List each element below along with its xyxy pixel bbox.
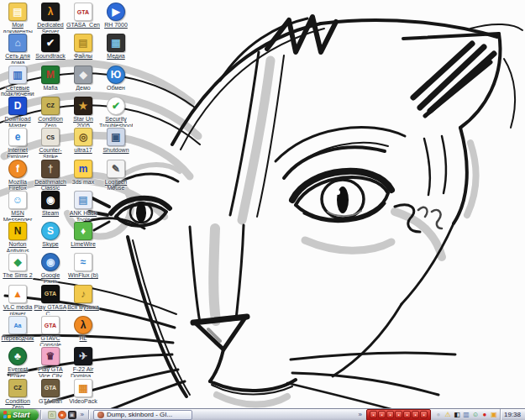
tray-orange-app-icon[interactable]: ▣ bbox=[490, 411, 498, 419]
desktop-icon-google-earth[interactable]: ◉Google Earth bbox=[34, 253, 67, 283]
desktop-icon-label: Демо bbox=[66, 85, 100, 92]
desktop-icon-label: MSN Messenger 7.5 bbox=[1, 210, 34, 221]
desktop-icon-download-master[interactable]: DDownload Master bbox=[1, 97, 34, 127]
desktop-icon-condition-zero[interactable]: CZCondition Zero bbox=[34, 97, 67, 127]
vlc-icon: ▲ bbox=[8, 285, 27, 303]
red-toolbar-button[interactable]: ▪ bbox=[412, 411, 419, 418]
desktop-icon-label: GTA San bbox=[34, 398, 67, 405]
desktop-icon-gtasa-center[interactable]: GTAGTASA_Center bbox=[66, 3, 100, 33]
desktop-icon-condition-zero-2[interactable]: CZCondition Zero bbox=[1, 379, 34, 408]
desktop-icon-gta-san[interactable]: GTAGTA San bbox=[34, 379, 67, 408]
desktop-icon-everest-poker[interactable]: ♣Everest Poker bbox=[1, 347, 34, 377]
taskbar-clock[interactable]: 19:38 bbox=[500, 409, 525, 420]
desktop-icon-ultra17[interactable]: ◎ultra17 bbox=[66, 128, 100, 158]
desktop-icon-play-gtasa[interactable]: GTAPlay GTASA C... bbox=[34, 285, 67, 315]
red-toolbar-button[interactable]: ▪ bbox=[386, 411, 394, 418]
translator-icon: Аа bbox=[8, 316, 27, 334]
desktop-icon-norton-2005[interactable]: NNorton Antivirus 2005 bbox=[1, 222, 34, 252]
files-folder-icon: ▤ bbox=[74, 34, 92, 52]
desktop-icon-label: Вся музыка bbox=[66, 304, 100, 311]
desktop-icon-demo-zone[interactable]: ◆Демо bbox=[66, 66, 100, 96]
desktop-icon-3ds-max[interactable]: m3ds max bbox=[66, 160, 100, 190]
desktop-icon-u-net[interactable]: ЮОбмен bbox=[99, 66, 133, 96]
desktop-icon-rh-7000[interactable]: ▶RH 7000 bbox=[99, 3, 133, 33]
desktop-icon-mafia[interactable]: MMafia bbox=[34, 66, 67, 96]
desktop-icon-label: RH 7000 bbox=[99, 22, 133, 29]
desktop-icon-label: The Sims 2 bbox=[1, 272, 34, 279]
taskbar: Start ⌂●▣ » Dump, skinbord - GI... » ▪▪▪… bbox=[0, 408, 525, 420]
desktop-icon-label: Dedicated Server bbox=[34, 22, 67, 33]
desktop-icon-label: Everest Poker bbox=[1, 366, 34, 377]
desktop-icon-videopack[interactable]: ▦VideoPack bbox=[66, 379, 100, 408]
desktop-icon-gtavc-console[interactable]: GTAGTAVC Console bbox=[34, 316, 67, 346]
soundtrack-icon: ✔ bbox=[41, 34, 60, 52]
desktop-icon-network-connections[interactable]: ▥Сетевые подключения bbox=[1, 66, 34, 96]
desktop-icon-label: ultra17 bbox=[66, 147, 100, 154]
tray-red-status-icon[interactable]: ● bbox=[480, 411, 489, 419]
tray-small-blue-app-icon[interactable]: ▥ bbox=[462, 411, 470, 419]
desktop-icon-f22-air-dominance[interactable]: ✈F-22 Air Domina... bbox=[66, 347, 100, 377]
desktop-icon-ank-hack-tools[interactable]: ▤ANK Hack Tools bbox=[66, 191, 100, 221]
desktop-icon-steam[interactable]: ◉Steam bbox=[34, 191, 67, 221]
desktop-icon-home-network[interactable]: ⌂Сеть для дома bbox=[1, 34, 34, 64]
hl-lambda-icon: λ bbox=[74, 316, 92, 334]
home-network-icon: ⌂ bbox=[8, 34, 27, 52]
condition-zero-icon: CZ bbox=[41, 97, 60, 115]
tray-gray-app-icon[interactable]: ● bbox=[434, 411, 443, 419]
taskbar-divider bbox=[40, 410, 42, 419]
desktop-icon-security-troubleshoot[interactable]: ✔Security Troubleshoot bbox=[99, 97, 133, 127]
red-toolbar-button[interactable]: ▪ bbox=[370, 411, 377, 418]
red-toolbar-button[interactable]: ▪ bbox=[420, 411, 428, 418]
my-documents-icon: ▤ bbox=[8, 3, 27, 21]
start-button[interactable]: Start bbox=[0, 409, 39, 420]
desktop-icon-logitech-mouse[interactable]: ✎Logitech Mouse bbox=[99, 160, 133, 190]
desktop-icon-msn-messenger[interactable]: ☺MSN Messenger 7.5 bbox=[1, 191, 34, 221]
desktop-icon-label: Сетевые подключения bbox=[1, 85, 34, 96]
tray-overflow-chevron[interactable]: » bbox=[356, 411, 365, 418]
desktop-icon-mozilla-firefox[interactable]: fMozilla Firefox bbox=[1, 160, 34, 190]
red-toolbar-button[interactable]: ▪ bbox=[378, 411, 386, 418]
desktop-icon-label: Download Master bbox=[1, 116, 34, 127]
desktop-icon-media-pack[interactable]: ▦Медиа bbox=[99, 34, 133, 64]
desktop-icon-label: Security Troubleshoot bbox=[99, 116, 133, 127]
tray-green-agent-icon[interactable]: ☺ bbox=[471, 411, 480, 419]
desktop-icon-skype[interactable]: SSkype bbox=[34, 222, 67, 252]
ultra17-icon: ◎ bbox=[74, 128, 92, 146]
desktop-icon-counter-strike[interactable]: CSCounter-Strike bbox=[34, 128, 67, 158]
desktop-icon-hl-lambda[interactable]: λHL bbox=[66, 316, 100, 346]
desktop-icon-translator[interactable]: АаПереводчик bbox=[1, 316, 34, 346]
desktop-icon-hl-dedicated[interactable]: λDedicated Server bbox=[34, 3, 67, 33]
desktop-icon-play-gta-vc[interactable]: ♛Play GTA Vice City bbox=[34, 347, 67, 377]
music-folder-icon: ♪ bbox=[74, 285, 92, 303]
desktop-icon-internet-explorer[interactable]: eInternet Explorer bbox=[1, 128, 34, 158]
desktop-icon-winflux[interactable]: ≈WinFlux (b) bbox=[66, 253, 100, 283]
desktop-icon-the-sims-2[interactable]: ◆The Sims 2 bbox=[1, 253, 34, 283]
desktop-icon-star-un-2005[interactable]: ★Star Un 2005 bbox=[66, 97, 100, 127]
mozilla-firefox-icon: f bbox=[8, 160, 27, 178]
desktop-icon-limewire[interactable]: ♦LimeWire bbox=[66, 222, 100, 252]
tray-warning-icon[interactable]: ⚠ bbox=[444, 411, 452, 419]
desktop-icon-label: WinFlux (b) bbox=[66, 272, 100, 279]
desktop-icon-files-folder[interactable]: ▤Файлы bbox=[66, 34, 100, 64]
quick-launch-overflow-chevron[interactable]: » bbox=[78, 411, 87, 418]
desktop-icon-shutdown[interactable]: ▣Shutdown bbox=[99, 128, 133, 158]
logitech-mouse-icon: ✎ bbox=[107, 160, 125, 178]
desktop-icon-label: Play GTA Vice City bbox=[34, 366, 67, 377]
desktop-icon-label: HL bbox=[66, 335, 100, 342]
security-troubleshoot-icon: ✔ bbox=[107, 97, 125, 115]
desktop-icon-music-folder[interactable]: ♪Вся музыка bbox=[66, 285, 100, 315]
desktop-icon-deathmatch-classic[interactable]: †Deathmatch Classic bbox=[34, 160, 67, 190]
quick-launch-dark-app-icon[interactable]: ▣ bbox=[68, 411, 76, 419]
tray-bw-app-icon[interactable]: ◧ bbox=[453, 411, 461, 419]
red-toolbar-button[interactable]: ▪ bbox=[395, 411, 402, 418]
quick-launch-show-desktop-icon[interactable]: ⌂ bbox=[48, 411, 56, 419]
desktop-icon-label: Counter-Strike bbox=[34, 147, 67, 158]
start-label: Start bbox=[13, 411, 30, 419]
quick-launch-orange-app-icon[interactable]: ● bbox=[58, 411, 66, 419]
tray-icon-area: ●⚠◧▥☺●▣ bbox=[433, 411, 500, 419]
desktop-icon-my-documents[interactable]: ▤Мои документы bbox=[1, 3, 34, 33]
taskbar-window-button[interactable]: Dump, skinbord - GI... bbox=[93, 410, 192, 420]
desktop-icon-soundtrack[interactable]: ✔Soundtrack bbox=[34, 34, 67, 64]
red-toolbar-button[interactable]: ▪ bbox=[403, 411, 411, 418]
desktop-icon-vlc[interactable]: ▲VLC media player bbox=[1, 285, 34, 315]
